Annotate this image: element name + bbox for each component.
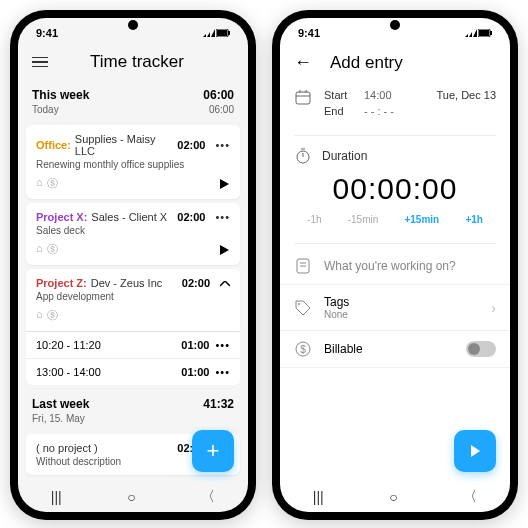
back-button[interactable]: 〈: [463, 488, 477, 506]
billable-row[interactable]: $ Billable: [280, 331, 510, 368]
tags-label: Tags: [324, 295, 479, 309]
tag-icon: ⌂: [36, 242, 43, 257]
tags-value: None: [324, 309, 479, 320]
project-rest: Dev - Zeus Inc: [91, 277, 163, 289]
more-icon[interactable]: •••: [215, 339, 230, 351]
sub-dur: 01:00: [181, 366, 209, 378]
time-entry[interactable]: Project Z: Dev - Zeus Inc 02:00 App deve…: [26, 269, 240, 331]
tags-row[interactable]: Tags None ›: [280, 285, 510, 331]
billable-icon: ⓢ: [47, 242, 58, 257]
more-icon[interactable]: •••: [215, 211, 230, 223]
phone-left: 9:41 Time tracker This week 06:00 Today …: [10, 10, 256, 520]
back-icon[interactable]: ←: [294, 52, 312, 73]
svg-rect-5: [490, 31, 492, 35]
plus-15m-button[interactable]: +15min: [404, 214, 439, 225]
duration-value[interactable]: 00:00:00: [294, 164, 496, 210]
note-icon: [294, 258, 312, 274]
section-title: Last week: [32, 397, 89, 411]
time-entry[interactable]: Office: Supplies - Maisy LLC 02:00 ••• R…: [26, 125, 240, 199]
divider: [294, 135, 496, 136]
entry-desc: Renewing monthly office supplies: [36, 159, 230, 170]
adjust-buttons: -1h -15min +15min +1h: [294, 210, 496, 235]
menu-icon[interactable]: [32, 57, 48, 68]
dollar-icon: $: [294, 341, 312, 357]
page-title: Time tracker: [60, 52, 214, 72]
start-value[interactable]: 14:00: [364, 89, 392, 101]
sub-dur: 01:00: [181, 339, 209, 351]
android-navbar: ||| ○ 〈: [18, 482, 248, 512]
project-rest: Supplies - Maisy LLC: [75, 133, 173, 157]
subsection-label: Fri, 15. May: [32, 413, 85, 424]
recents-button[interactable]: |||: [51, 489, 62, 505]
chevron-right-icon: ›: [491, 300, 496, 316]
divider: [294, 243, 496, 244]
billable-label: Billable: [324, 342, 454, 356]
collapse-icon[interactable]: [220, 277, 230, 289]
status-time: 9:41: [36, 27, 58, 39]
play-button[interactable]: [218, 244, 230, 256]
calendar-icon: [294, 89, 312, 121]
billable-icon: ⓢ: [47, 308, 58, 323]
section-today: Today 06:00: [18, 104, 248, 121]
svg-rect-1: [217, 30, 227, 36]
entry-meta-icons: ⌂ ⓢ: [36, 176, 58, 191]
tag-icon: [294, 300, 312, 316]
project-name: Project Z:: [36, 277, 87, 289]
section-this-week: This week 06:00: [18, 82, 248, 104]
time-range-row[interactable]: Start 14:00 Tue, Dec 13 End - - : - -: [280, 83, 510, 131]
subsection-total: 06:00: [209, 104, 234, 115]
date-value[interactable]: Tue, Dec 13: [436, 89, 496, 101]
home-button[interactable]: ○: [127, 489, 135, 505]
status-icons: [465, 29, 492, 37]
entry-desc: App development: [36, 291, 230, 302]
project-name: ( no project ): [36, 442, 98, 454]
sub-entry[interactable]: 10:20 - 11:20 01:00 •••: [26, 331, 240, 358]
project-name: Project X:: [36, 211, 87, 223]
plus-1h-button[interactable]: +1h: [465, 214, 483, 225]
sub-entry[interactable]: 13:00 - 14:00 01:00 •••: [26, 358, 240, 385]
minus-15m-button[interactable]: -15min: [348, 214, 379, 225]
android-navbar: ||| ○ 〈: [280, 482, 510, 512]
svg-point-16: [298, 303, 300, 305]
header: Time tracker: [18, 44, 248, 82]
stopwatch-icon: [294, 148, 312, 164]
end-label: End: [324, 105, 354, 117]
more-icon[interactable]: •••: [215, 366, 230, 378]
project-rest: Sales - Client X: [91, 211, 167, 223]
play-button[interactable]: [218, 178, 230, 190]
sub-range: 10:20 - 11:20: [36, 339, 101, 351]
svg-rect-2: [228, 31, 230, 35]
section-last-week: Last week 41:32: [18, 391, 248, 413]
add-button[interactable]: +: [192, 430, 234, 472]
sub-range: 13:00 - 14:00: [36, 366, 101, 378]
entry-time: 02:00: [177, 211, 205, 223]
svg-rect-6: [296, 92, 310, 104]
back-button[interactable]: 〈: [201, 488, 215, 506]
status-icons: [203, 29, 230, 37]
duration-label: Duration: [322, 149, 367, 163]
minus-1h-button[interactable]: -1h: [307, 214, 321, 225]
header: ← Add entry: [280, 44, 510, 83]
time-entry[interactable]: Project X: Sales - Client X 02:00 ••• Sa…: [26, 203, 240, 265]
description-placeholder: What you're working on?: [324, 259, 496, 273]
camera-notch: [390, 20, 400, 30]
svg-text:$: $: [300, 344, 306, 355]
project-name: Office:: [36, 139, 71, 151]
section-title: This week: [32, 88, 89, 102]
description-row[interactable]: What you're working on?: [280, 248, 510, 285]
entry-time: 02:00: [177, 139, 205, 151]
more-icon[interactable]: •••: [215, 139, 230, 151]
billable-toggle[interactable]: [466, 341, 496, 357]
screen-left: 9:41 Time tracker This week 06:00 Today …: [18, 18, 248, 512]
end-value[interactable]: - - : - -: [364, 105, 394, 117]
section-total: 41:32: [203, 397, 234, 411]
start-button[interactable]: [454, 430, 496, 472]
status-time: 9:41: [298, 27, 320, 39]
svg-rect-4: [479, 30, 489, 36]
entry-desc: Sales deck: [36, 225, 230, 236]
home-button[interactable]: ○: [389, 489, 397, 505]
recents-button[interactable]: |||: [313, 489, 324, 505]
entry-time: 02:00: [182, 277, 210, 289]
start-label: Start: [324, 89, 354, 101]
camera-notch: [128, 20, 138, 30]
